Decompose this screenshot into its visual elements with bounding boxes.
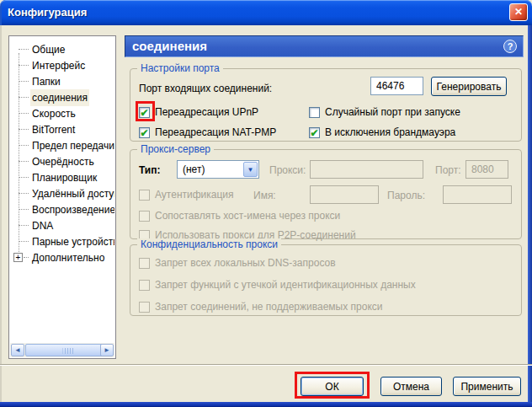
window-frame-right — [528, 25, 532, 407]
proxy-privacy-group: Конфиденциальность прокси Запрет всех ло… — [130, 244, 522, 316]
checkbox-icon[interactable] — [309, 107, 320, 118]
ok-button[interactable]: ОК — [301, 377, 364, 396]
checkbox-icon — [139, 211, 150, 222]
random-port-checkbox[interactable]: Случайный порт при запуске — [309, 105, 460, 119]
sidebar-item-dna[interactable]: DNA — [9, 217, 114, 233]
listen-port-label: Порт входящих соединений: — [139, 83, 272, 94]
window-frame-left — [0, 25, 2, 407]
sidebar-item-bittorrent[interactable]: BitTorrent — [9, 121, 114, 137]
proxy-server-group: Прокси-сервер Тип: (нет) ▼ Прокси: Порт:… — [130, 149, 522, 239]
proxy-host-label: Прокси: — [269, 164, 306, 176]
natpmp-checkbox[interactable]: ✔ Переадресация NAT-PMP — [139, 126, 276, 139]
page-title: соединения — [132, 36, 207, 56]
checkbox-icon — [139, 302, 150, 313]
proxy-port-input — [466, 160, 508, 179]
proxy-type-label: Тип: — [139, 164, 161, 176]
block-leak-checkbox: Запрет функций с утечкой идентификационн… — [139, 278, 416, 292]
port-input[interactable] — [370, 77, 423, 95]
checkbox-icon[interactable]: ✔ — [309, 127, 320, 138]
proxy-type-value: (нет) — [183, 161, 205, 178]
sidebar-item-connection[interactable]: соединения — [9, 89, 114, 105]
sidebar-item-playback[interactable]: Воспроизведение — [9, 201, 114, 217]
cancel-button[interactable]: Отмена — [380, 377, 442, 396]
checkbox-icon — [139, 280, 150, 291]
scroll-left-icon[interactable]: ◄ — [11, 344, 24, 356]
tree-horizontal-scrollbar[interactable]: ◄ ► — [10, 343, 114, 357]
group-title: Прокси-сервер — [137, 143, 214, 155]
window-title: Конфигурация — [8, 0, 87, 24]
port-settings-group: Настройки порта Порт входящих соединений… — [130, 68, 522, 142]
generate-port-button[interactable]: Генерировать — [431, 77, 507, 96]
preferences-dialog: Конфигурация ✕ Общие Интерфейс Папки сое… — [0, 0, 532, 407]
proxy-password-label: Пароль: — [387, 190, 425, 201]
group-title: Настройки порта — [137, 62, 223, 74]
proxy-host-input — [310, 160, 423, 179]
title-bar[interactable]: Конфигурация ✕ — [0, 0, 532, 25]
settings-tree: Общие Интерфейс Папки соединения Скорост… — [9, 41, 114, 265]
firewall-exception-checkbox[interactable]: ✔ В исключения брандмауэра — [309, 126, 455, 139]
checkbox-icon — [139, 258, 150, 269]
block-dns-checkbox: Запрет всех локальных DNS-запросов — [139, 256, 336, 270]
proxy-type-select[interactable]: (нет) ▼ — [177, 160, 259, 179]
proxy-auth-checkbox: Аутентификация — [139, 188, 234, 201]
sidebar-item-scheduler[interactable]: Планировщик — [9, 169, 114, 185]
proxy-username-input — [310, 185, 379, 204]
settings-tree-panel: Общие Интерфейс Папки соединения Скорост… — [8, 35, 116, 359]
resolve-hostnames-checkbox: Сопоставлять хост-имена через прокси — [139, 209, 340, 222]
page-header: соединения ? — [125, 35, 524, 57]
proxy-username-label: Имя: — [253, 190, 276, 201]
sidebar-item-folders[interactable]: Папки — [9, 73, 114, 89]
sidebar-item-transfer-cap[interactable]: Предел передачи — [9, 137, 114, 153]
expand-plus-icon[interactable]: + — [13, 253, 23, 262]
proxy-port-label: Порт: — [435, 164, 461, 176]
scrollbar-grip — [63, 348, 74, 354]
sidebar-item-speed[interactable]: Скорость — [9, 105, 114, 121]
footer-separator — [0, 364, 532, 366]
chevron-down-icon[interactable]: ▼ — [243, 162, 258, 177]
sidebar-item-queueing[interactable]: Очерёдность — [9, 153, 114, 169]
block-nonproxy-checkbox: Запрет соединений, не поддерживаемых про… — [139, 300, 382, 313]
sidebar-item-interface[interactable]: Интерфейс — [9, 57, 114, 73]
upnp-checkbox[interactable]: ✔ Переадресация UPnP — [139, 105, 258, 119]
sidebar-item-advanced[interactable]: + Дополнительно — [9, 249, 114, 265]
sidebar-item-paired-devices[interactable]: Парные устройства — [9, 233, 114, 249]
sidebar-item-remote-access[interactable]: Удалённый доступ — [9, 185, 114, 201]
scroll-right-icon[interactable]: ► — [100, 344, 114, 356]
sidebar-item-general[interactable]: Общие — [9, 41, 114, 57]
checkbox-icon — [139, 190, 150, 201]
window-frame-bottom — [0, 402, 532, 407]
checkbox-icon[interactable]: ✔ — [139, 107, 150, 118]
help-icon[interactable]: ? — [503, 40, 517, 53]
footer: ОК Отмена Применить — [0, 375, 532, 402]
apply-button[interactable]: Применить — [453, 377, 521, 396]
group-title: Конфиденциальность прокси — [137, 238, 281, 250]
proxy-password-input — [443, 185, 512, 204]
checkbox-icon[interactable]: ✔ — [139, 127, 150, 138]
close-icon[interactable]: ✕ — [509, 3, 528, 21]
scrollbar-thumb[interactable] — [25, 344, 111, 356]
